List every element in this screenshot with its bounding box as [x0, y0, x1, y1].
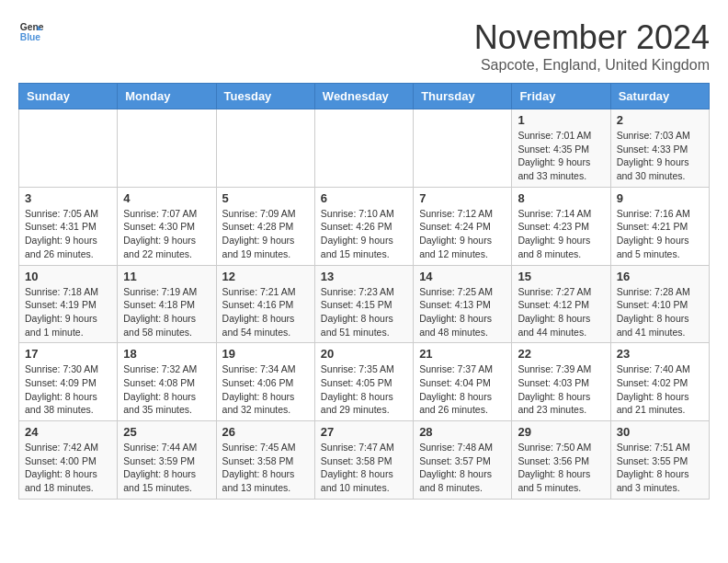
- calendar-table: Sunday Monday Tuesday Wednesday Thursday…: [18, 83, 710, 500]
- table-row: 25Sunrise: 7:44 AMSunset: 3:59 PMDayligh…: [118, 421, 216, 500]
- day-number: 22: [518, 347, 604, 361]
- day-number: 19: [222, 347, 309, 361]
- day-info: Sunrise: 7:40 AMSunset: 4:02 PMDaylight:…: [617, 362, 703, 417]
- table-row: 11Sunrise: 7:19 AMSunset: 4:18 PMDayligh…: [118, 265, 216, 343]
- table-row: 3Sunrise: 7:05 AMSunset: 4:31 PMDaylight…: [19, 187, 118, 265]
- calendar-week-row: 17Sunrise: 7:30 AMSunset: 4:09 PMDayligh…: [19, 343, 710, 421]
- day-info: Sunrise: 7:18 AMSunset: 4:19 PMDaylight:…: [25, 285, 111, 339]
- day-number: 23: [617, 347, 703, 361]
- day-number: 4: [123, 191, 210, 205]
- day-info: Sunrise: 7:25 AMSunset: 4:13 PMDaylight:…: [419, 285, 506, 339]
- calendar-week-row: 1Sunrise: 7:01 AMSunset: 4:35 PMDaylight…: [19, 109, 710, 188]
- day-number: 26: [222, 425, 309, 439]
- day-info: Sunrise: 7:39 AMSunset: 4:03 PMDaylight:…: [518, 362, 604, 417]
- header-tuesday: Tuesday: [216, 84, 314, 109]
- table-row: 9Sunrise: 7:16 AMSunset: 4:21 PMDaylight…: [610, 187, 709, 265]
- logo-icon: General Blue: [18, 18, 44, 44]
- table-row: 30Sunrise: 7:51 AMSunset: 3:55 PMDayligh…: [610, 421, 709, 500]
- day-number: 29: [518, 425, 604, 439]
- table-row: 28Sunrise: 7:48 AMSunset: 3:57 PMDayligh…: [414, 421, 512, 500]
- calendar-week-row: 10Sunrise: 7:18 AMSunset: 4:19 PMDayligh…: [19, 265, 710, 343]
- table-row: [118, 109, 216, 188]
- table-row: [216, 109, 314, 188]
- table-row: 18Sunrise: 7:32 AMSunset: 4:08 PMDayligh…: [118, 343, 216, 421]
- day-info: Sunrise: 7:21 AMSunset: 4:16 PMDaylight:…: [222, 285, 309, 339]
- table-row: 12Sunrise: 7:21 AMSunset: 4:16 PMDayligh…: [216, 265, 314, 343]
- table-row: 22Sunrise: 7:39 AMSunset: 4:03 PMDayligh…: [512, 343, 610, 421]
- day-info: Sunrise: 7:07 AMSunset: 4:30 PMDaylight:…: [123, 207, 210, 261]
- header-thursday: Thursday: [414, 84, 512, 109]
- day-info: Sunrise: 7:14 AMSunset: 4:23 PMDaylight:…: [518, 207, 604, 261]
- table-row: 2Sunrise: 7:03 AMSunset: 4:33 PMDaylight…: [610, 109, 709, 188]
- table-row: 19Sunrise: 7:34 AMSunset: 4:06 PMDayligh…: [216, 343, 314, 421]
- location-subtitle: Sapcote, England, United Kingdom: [474, 57, 710, 74]
- day-info: Sunrise: 7:32 AMSunset: 4:08 PMDaylight:…: [123, 362, 210, 417]
- day-number: 9: [617, 191, 703, 205]
- day-number: 17: [25, 347, 111, 361]
- day-number: 12: [222, 270, 309, 283]
- day-number: 6: [321, 191, 407, 205]
- day-info: Sunrise: 7:50 AMSunset: 3:56 PMDaylight:…: [518, 441, 604, 495]
- day-number: 14: [419, 270, 506, 283]
- table-row: 14Sunrise: 7:25 AMSunset: 4:13 PMDayligh…: [414, 265, 512, 343]
- header-wednesday: Wednesday: [314, 84, 413, 109]
- header-sunday: Sunday: [19, 84, 118, 109]
- table-row: 8Sunrise: 7:14 AMSunset: 4:23 PMDaylight…: [512, 187, 610, 265]
- table-row: 17Sunrise: 7:30 AMSunset: 4:09 PMDayligh…: [19, 343, 118, 421]
- table-row: 15Sunrise: 7:27 AMSunset: 4:12 PMDayligh…: [512, 265, 610, 343]
- day-info: Sunrise: 7:30 AMSunset: 4:09 PMDaylight:…: [25, 362, 111, 417]
- header-friday: Friday: [512, 84, 610, 109]
- day-info: Sunrise: 7:01 AMSunset: 4:35 PMDaylight:…: [518, 129, 604, 183]
- day-number: 11: [123, 270, 210, 283]
- table-row: 21Sunrise: 7:37 AMSunset: 4:04 PMDayligh…: [414, 343, 512, 421]
- day-number: 2: [617, 113, 703, 127]
- table-row: [314, 109, 413, 188]
- day-info: Sunrise: 7:47 AMSunset: 3:58 PMDaylight:…: [321, 441, 407, 495]
- svg-text:Blue: Blue: [20, 32, 41, 42]
- table-row: 5Sunrise: 7:09 AMSunset: 4:28 PMDaylight…: [216, 187, 314, 265]
- table-row: 27Sunrise: 7:47 AMSunset: 3:58 PMDayligh…: [314, 421, 413, 500]
- day-info: Sunrise: 7:09 AMSunset: 4:28 PMDaylight:…: [222, 207, 309, 261]
- day-info: Sunrise: 7:28 AMSunset: 4:10 PMDaylight:…: [617, 285, 703, 339]
- day-number: 27: [321, 425, 407, 439]
- day-info: Sunrise: 7:27 AMSunset: 4:12 PMDaylight:…: [518, 285, 604, 339]
- table-row: [414, 109, 512, 188]
- day-info: Sunrise: 7:45 AMSunset: 3:58 PMDaylight:…: [222, 441, 309, 495]
- day-number: 13: [321, 270, 407, 283]
- table-row: 6Sunrise: 7:10 AMSunset: 4:26 PMDaylight…: [314, 187, 413, 265]
- svg-text:General: General: [20, 22, 44, 32]
- table-row: 29Sunrise: 7:50 AMSunset: 3:56 PMDayligh…: [512, 421, 610, 500]
- day-info: Sunrise: 7:48 AMSunset: 3:57 PMDaylight:…: [419, 441, 506, 495]
- day-number: 10: [25, 270, 111, 283]
- page-header: General Blue November 2024 Sapcote, Engl…: [18, 18, 710, 74]
- table-row: 1Sunrise: 7:01 AMSunset: 4:35 PMDaylight…: [512, 109, 610, 188]
- table-row: 16Sunrise: 7:28 AMSunset: 4:10 PMDayligh…: [610, 265, 709, 343]
- day-number: 16: [617, 270, 703, 283]
- day-number: 18: [123, 347, 210, 361]
- day-number: 30: [617, 425, 703, 439]
- day-number: 21: [419, 347, 506, 361]
- day-info: Sunrise: 7:05 AMSunset: 4:31 PMDaylight:…: [25, 207, 111, 261]
- day-info: Sunrise: 7:16 AMSunset: 4:21 PMDaylight:…: [617, 207, 703, 261]
- day-info: Sunrise: 7:03 AMSunset: 4:33 PMDaylight:…: [617, 129, 703, 183]
- day-number: 1: [518, 113, 604, 127]
- table-row: 7Sunrise: 7:12 AMSunset: 4:24 PMDaylight…: [414, 187, 512, 265]
- day-info: Sunrise: 7:34 AMSunset: 4:06 PMDaylight:…: [222, 362, 309, 417]
- day-number: 25: [123, 425, 210, 439]
- table-row: 26Sunrise: 7:45 AMSunset: 3:58 PMDayligh…: [216, 421, 314, 500]
- day-info: Sunrise: 7:19 AMSunset: 4:18 PMDaylight:…: [123, 285, 210, 339]
- table-row: 4Sunrise: 7:07 AMSunset: 4:30 PMDaylight…: [118, 187, 216, 265]
- table-row: 20Sunrise: 7:35 AMSunset: 4:05 PMDayligh…: [314, 343, 413, 421]
- day-info: Sunrise: 7:51 AMSunset: 3:55 PMDaylight:…: [617, 441, 703, 495]
- calendar-week-row: 24Sunrise: 7:42 AMSunset: 4:00 PMDayligh…: [19, 421, 710, 500]
- day-info: Sunrise: 7:10 AMSunset: 4:26 PMDaylight:…: [321, 207, 407, 261]
- day-number: 7: [419, 191, 506, 205]
- header-saturday: Saturday: [610, 84, 709, 109]
- day-number: 28: [419, 425, 506, 439]
- day-number: 3: [25, 191, 111, 205]
- day-info: Sunrise: 7:35 AMSunset: 4:05 PMDaylight:…: [321, 362, 407, 417]
- day-info: Sunrise: 7:42 AMSunset: 4:00 PMDaylight:…: [25, 441, 111, 495]
- day-number: 5: [222, 191, 309, 205]
- day-info: Sunrise: 7:12 AMSunset: 4:24 PMDaylight:…: [419, 207, 506, 261]
- table-row: 13Sunrise: 7:23 AMSunset: 4:15 PMDayligh…: [314, 265, 413, 343]
